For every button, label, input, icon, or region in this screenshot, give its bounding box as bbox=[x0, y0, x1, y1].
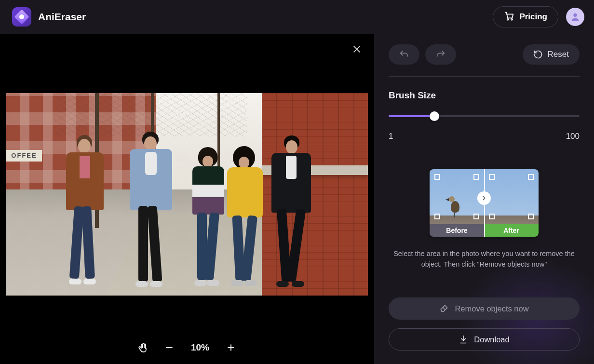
undo-button[interactable] bbox=[389, 44, 419, 65]
zoom-in-button[interactable] bbox=[224, 341, 238, 354]
canvas-area: OFFEE 10% bbox=[0, 34, 374, 364]
before-after-preview: Before After bbox=[430, 169, 539, 237]
remove-objects-label: Remove objects now bbox=[455, 304, 528, 313]
close-button[interactable] bbox=[350, 42, 364, 56]
after-label: After bbox=[484, 224, 539, 237]
brush-min-label: 1 bbox=[389, 132, 393, 141]
zoom-value: 10% bbox=[189, 342, 212, 353]
redo-icon bbox=[435, 49, 446, 60]
photo-canvas[interactable]: OFFEE bbox=[6, 93, 368, 296]
pan-tool[interactable] bbox=[136, 341, 150, 354]
divider bbox=[389, 76, 580, 77]
brush-size-title: Brush Size bbox=[389, 90, 580, 101]
before-label: Before bbox=[430, 224, 484, 237]
zoom-out-button[interactable] bbox=[162, 341, 176, 354]
download-label: Download bbox=[474, 335, 509, 344]
remove-objects-button[interactable]: Remove objects now bbox=[389, 297, 580, 320]
undo-icon bbox=[399, 49, 409, 60]
download-button[interactable]: Download bbox=[389, 328, 580, 351]
minus-icon bbox=[164, 343, 174, 352]
cart-icon bbox=[504, 11, 514, 24]
brush-size-slider[interactable] bbox=[389, 111, 580, 121]
svg-point-2 bbox=[573, 13, 577, 17]
chevron-right-icon bbox=[477, 191, 491, 205]
app-name: AniEraser bbox=[38, 11, 86, 23]
slider-thumb[interactable] bbox=[430, 111, 439, 121]
svg-point-0 bbox=[507, 18, 509, 20]
pricing-label: Pricing bbox=[519, 12, 547, 22]
app-header: AniEraser Pricing bbox=[0, 0, 594, 34]
reset-label: Reset bbox=[548, 50, 569, 59]
side-panel: Reset Brush Size 1 100 Before After bbox=[374, 34, 594, 364]
brush-max-label: 100 bbox=[566, 132, 580, 141]
user-icon bbox=[570, 12, 580, 22]
photo-sign-text: OFFEE bbox=[6, 150, 42, 162]
plus-icon bbox=[226, 343, 236, 352]
pricing-button[interactable]: Pricing bbox=[493, 6, 558, 27]
eraser-icon bbox=[439, 304, 449, 313]
redo-button[interactable] bbox=[425, 44, 456, 65]
hand-icon bbox=[137, 342, 149, 353]
instruction-text: Select the area in the photo where you w… bbox=[389, 248, 580, 270]
close-icon bbox=[352, 44, 362, 54]
reset-icon bbox=[533, 50, 543, 59]
zoom-toolbar: 10% bbox=[0, 331, 374, 364]
download-icon bbox=[459, 335, 468, 344]
account-avatar[interactable] bbox=[566, 8, 584, 26]
app-logo bbox=[12, 7, 31, 27]
reset-button[interactable]: Reset bbox=[523, 44, 580, 65]
svg-point-1 bbox=[511, 18, 513, 20]
